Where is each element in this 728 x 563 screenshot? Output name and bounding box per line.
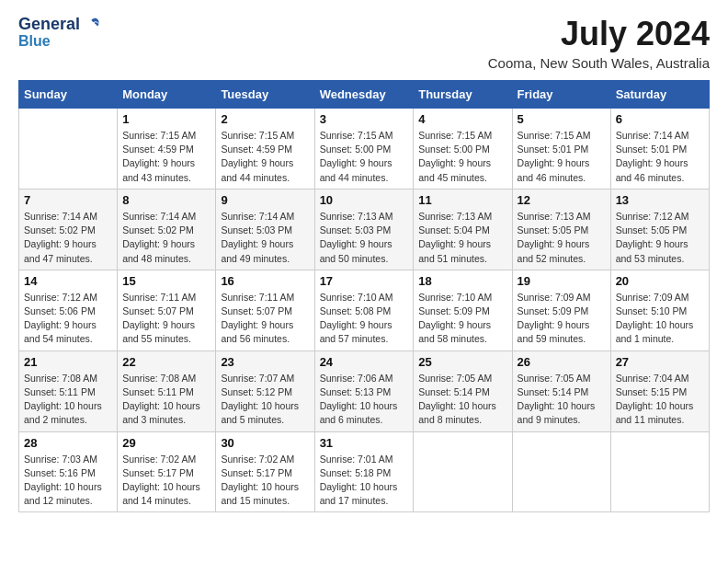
calendar-cell: 1Sunrise: 7:15 AMSunset: 4:59 PMDaylight… <box>118 109 216 190</box>
calendar-cell: 3Sunrise: 7:15 AMSunset: 5:00 PMDaylight… <box>314 109 414 190</box>
day-number: 12 <box>518 193 606 207</box>
calendar-week-row: 14Sunrise: 7:12 AMSunset: 5:06 PMDayligh… <box>19 270 710 350</box>
calendar-cell: 6Sunrise: 7:14 AMSunset: 5:01 PMDaylight… <box>610 109 709 190</box>
day-info: Sunrise: 7:15 AMSunset: 4:59 PMDaylight:… <box>221 129 309 185</box>
day-info: Sunrise: 7:05 AMSunset: 5:14 PMDaylight:… <box>518 372 606 428</box>
calendar-cell: 24Sunrise: 7:06 AMSunset: 5:13 PMDayligh… <box>314 350 414 431</box>
calendar-cell <box>19 109 118 190</box>
day-info: Sunrise: 7:10 AMSunset: 5:09 PMDaylight:… <box>418 291 506 347</box>
logo-line2: Blue <box>18 33 101 50</box>
day-info: Sunrise: 7:14 AMSunset: 5:02 PMDaylight:… <box>24 210 112 266</box>
day-of-week-header: Sunday <box>19 81 118 109</box>
day-number: 22 <box>122 355 210 369</box>
day-number: 19 <box>518 274 606 288</box>
calendar-cell: 19Sunrise: 7:09 AMSunset: 5:09 PMDayligh… <box>512 270 610 350</box>
day-number: 14 <box>24 274 112 288</box>
calendar-week-row: 28Sunrise: 7:03 AMSunset: 5:16 PMDayligh… <box>19 431 710 512</box>
calendar-cell <box>414 431 512 512</box>
day-number: 25 <box>418 355 506 369</box>
day-number: 5 <box>518 112 606 126</box>
day-of-week-header: Saturday <box>610 81 709 109</box>
day-info: Sunrise: 7:01 AMSunset: 5:18 PMDaylight:… <box>320 453 409 509</box>
day-info: Sunrise: 7:14 AMSunset: 5:03 PMDaylight:… <box>221 210 309 266</box>
calendar-cell: 11Sunrise: 7:13 AMSunset: 5:04 PMDayligh… <box>414 189 512 270</box>
day-number: 7 <box>24 193 112 207</box>
day-number: 21 <box>24 355 112 369</box>
calendar-week-row: 1Sunrise: 7:15 AMSunset: 4:59 PMDaylight… <box>19 109 710 190</box>
day-of-week-header: Monday <box>118 81 216 109</box>
logo-bird-icon <box>81 15 101 35</box>
day-number: 10 <box>320 193 409 207</box>
day-info: Sunrise: 7:15 AMSunset: 5:00 PMDaylight:… <box>320 129 409 185</box>
day-number: 16 <box>221 274 309 288</box>
day-info: Sunrise: 7:09 AMSunset: 5:10 PMDaylight:… <box>616 291 704 347</box>
calendar-cell: 29Sunrise: 7:02 AMSunset: 5:17 PMDayligh… <box>118 431 216 512</box>
day-info: Sunrise: 7:15 AMSunset: 5:01 PMDaylight:… <box>518 129 606 185</box>
calendar-cell: 23Sunrise: 7:07 AMSunset: 5:12 PMDayligh… <box>216 350 314 431</box>
calendar-cell: 16Sunrise: 7:11 AMSunset: 5:07 PMDayligh… <box>216 270 314 350</box>
logo: General Blue <box>18 15 101 50</box>
calendar-cell: 13Sunrise: 7:12 AMSunset: 5:05 PMDayligh… <box>610 189 709 270</box>
calendar-cell: 9Sunrise: 7:14 AMSunset: 5:03 PMDaylight… <box>216 189 314 270</box>
day-of-week-header: Friday <box>512 81 610 109</box>
day-info: Sunrise: 7:13 AMSunset: 5:03 PMDaylight:… <box>320 210 409 266</box>
calendar-cell: 18Sunrise: 7:10 AMSunset: 5:09 PMDayligh… <box>414 270 512 350</box>
day-info: Sunrise: 7:11 AMSunset: 5:07 PMDaylight:… <box>221 291 309 347</box>
calendar-cell: 12Sunrise: 7:13 AMSunset: 5:05 PMDayligh… <box>512 189 610 270</box>
day-info: Sunrise: 7:12 AMSunset: 5:06 PMDaylight:… <box>24 291 112 347</box>
calendar-cell: 27Sunrise: 7:04 AMSunset: 5:15 PMDayligh… <box>610 350 709 431</box>
month-title: July 2024 <box>488 15 710 53</box>
calendar-header-row: SundayMondayTuesdayWednesdayThursdayFrid… <box>19 81 710 109</box>
day-of-week-header: Tuesday <box>216 81 314 109</box>
day-number: 3 <box>320 112 409 126</box>
calendar-cell <box>610 431 709 512</box>
page-header: General Blue July 2024 Cooma, New South … <box>18 15 710 71</box>
day-number: 28 <box>24 436 112 450</box>
day-number: 18 <box>418 274 506 288</box>
day-number: 15 <box>122 274 210 288</box>
calendar-cell: 10Sunrise: 7:13 AMSunset: 5:03 PMDayligh… <box>314 189 414 270</box>
calendar-cell: 22Sunrise: 7:08 AMSunset: 5:11 PMDayligh… <box>118 350 216 431</box>
day-number: 23 <box>221 355 309 369</box>
day-info: Sunrise: 7:15 AMSunset: 4:59 PMDaylight:… <box>122 129 210 185</box>
day-number: 8 <box>122 193 210 207</box>
day-info: Sunrise: 7:08 AMSunset: 5:11 PMDaylight:… <box>122 372 210 428</box>
calendar-week-row: 21Sunrise: 7:08 AMSunset: 5:11 PMDayligh… <box>19 350 710 431</box>
day-info: Sunrise: 7:14 AMSunset: 5:02 PMDaylight:… <box>122 210 210 266</box>
calendar-cell: 7Sunrise: 7:14 AMSunset: 5:02 PMDaylight… <box>19 189 118 270</box>
day-info: Sunrise: 7:10 AMSunset: 5:08 PMDaylight:… <box>320 291 409 347</box>
day-number: 2 <box>221 112 309 126</box>
day-of-week-header: Thursday <box>414 81 512 109</box>
calendar-week-row: 7Sunrise: 7:14 AMSunset: 5:02 PMDaylight… <box>19 189 710 270</box>
day-info: Sunrise: 7:06 AMSunset: 5:13 PMDaylight:… <box>320 372 409 428</box>
day-number: 17 <box>320 274 409 288</box>
logo-text: General <box>18 15 101 35</box>
day-number: 26 <box>518 355 606 369</box>
location-title: Cooma, New South Wales, Australia <box>488 55 710 71</box>
day-number: 4 <box>418 112 506 126</box>
day-info: Sunrise: 7:02 AMSunset: 5:17 PMDaylight:… <box>122 453 210 509</box>
day-info: Sunrise: 7:08 AMSunset: 5:11 PMDaylight:… <box>24 372 112 428</box>
day-info: Sunrise: 7:04 AMSunset: 5:15 PMDaylight:… <box>616 372 704 428</box>
calendar-table: SundayMondayTuesdayWednesdayThursdayFrid… <box>18 80 710 512</box>
day-info: Sunrise: 7:14 AMSunset: 5:01 PMDaylight:… <box>616 129 704 185</box>
calendar-cell: 4Sunrise: 7:15 AMSunset: 5:00 PMDaylight… <box>414 109 512 190</box>
day-info: Sunrise: 7:03 AMSunset: 5:16 PMDaylight:… <box>24 453 112 509</box>
calendar-cell: 14Sunrise: 7:12 AMSunset: 5:06 PMDayligh… <box>19 270 118 350</box>
day-number: 9 <box>221 193 309 207</box>
day-number: 24 <box>320 355 409 369</box>
calendar-cell: 31Sunrise: 7:01 AMSunset: 5:18 PMDayligh… <box>314 431 414 512</box>
calendar-cell: 25Sunrise: 7:05 AMSunset: 5:14 PMDayligh… <box>414 350 512 431</box>
day-info: Sunrise: 7:12 AMSunset: 5:05 PMDaylight:… <box>616 210 704 266</box>
calendar-cell: 20Sunrise: 7:09 AMSunset: 5:10 PMDayligh… <box>610 270 709 350</box>
calendar-cell: 26Sunrise: 7:05 AMSunset: 5:14 PMDayligh… <box>512 350 610 431</box>
day-info: Sunrise: 7:13 AMSunset: 5:05 PMDaylight:… <box>518 210 606 266</box>
day-number: 6 <box>616 112 704 126</box>
day-number: 13 <box>616 193 704 207</box>
calendar-cell: 8Sunrise: 7:14 AMSunset: 5:02 PMDaylight… <box>118 189 216 270</box>
calendar-cell: 17Sunrise: 7:10 AMSunset: 5:08 PMDayligh… <box>314 270 414 350</box>
day-info: Sunrise: 7:05 AMSunset: 5:14 PMDaylight:… <box>418 372 506 428</box>
day-number: 11 <box>418 193 506 207</box>
day-number: 30 <box>221 436 309 450</box>
day-info: Sunrise: 7:13 AMSunset: 5:04 PMDaylight:… <box>418 210 506 266</box>
